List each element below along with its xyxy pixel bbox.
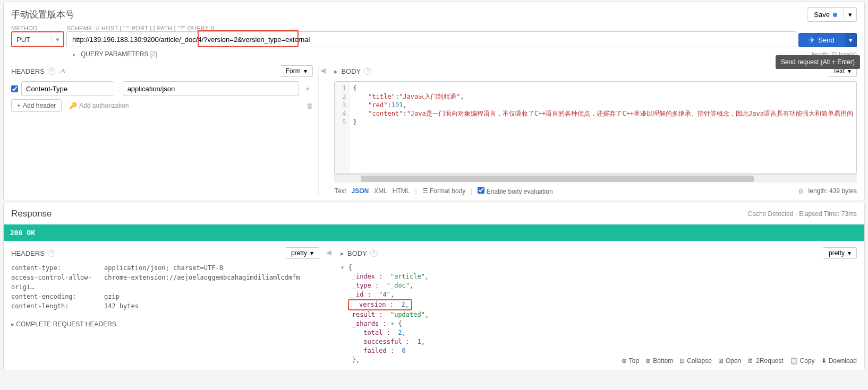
editor-gutter: 1 2 3 4 5 [335,82,350,174]
header-name-input[interactable] [21,81,114,96]
response-headers-view-dropdown[interactable]: pretty ▾ [286,247,319,259]
query-params-toggle[interactable]: QUERY PARAMETERS [2] [81,50,157,58]
status-bar: 200 OK [4,224,864,241]
response-body-title: BODY [347,249,367,257]
response-body-view-dropdown[interactable]: pretty ▾ [823,247,857,259]
save-dropdown-button[interactable]: ▾ [844,7,857,22]
method-select[interactable]: PUT ▾ [11,31,64,47]
download-button[interactable]: ⬇ Download [821,357,857,365]
headers-title: HEADERS [11,67,45,75]
header-value-input[interactable] [123,81,300,96]
open-button[interactable]: ⊞ Open [718,357,741,365]
lang-text[interactable]: Text [334,187,346,195]
elapsed-time-label: Cache Detected - Elapsed Time: 73ms [748,210,857,218]
help-icon[interactable]: ? [48,67,55,75]
to-request-button[interactable]: 🗎 2Request [747,357,783,365]
query-params-count: [2] [150,50,157,58]
send-tooltip: Send request (Alt + Enter) [776,55,860,69]
caret-right-icon[interactable]: ▸ [334,67,338,75]
version-highlight-box: _version : 2, [348,299,412,310]
help-icon[interactable]: ? [370,249,378,257]
add-header-label: Add header [23,102,56,109]
bottom-button[interactable]: ⊕ Bottom [645,357,673,365]
url-input[interactable] [66,31,796,47]
help-icon[interactable]: ? [364,67,371,75]
send-dropdown-button[interactable]: ▾ [845,33,857,47]
plus-icon: + [17,102,21,109]
send-label: Send [818,36,834,44]
remove-header-button[interactable]: × [302,85,313,93]
sort-icon[interactable]: ↓A [58,68,65,74]
save-button[interactable]: Save [807,7,844,22]
collapse-left-icon[interactable]: ◀ [319,65,327,195]
trash-icon[interactable]: 🗑 [306,102,313,110]
format-body-label: Format body [430,187,465,195]
trash-icon[interactable]: 🗑 [798,187,804,195]
header-enabled-checkbox[interactable] [11,85,18,92]
method-value: PUT [12,36,52,44]
lang-html[interactable]: HTML [393,187,410,195]
body-editor[interactable]: 1 2 3 4 5 { "title":"Java从入门到精通", "red":… [334,81,857,174]
caret-right-icon[interactable]: ▸ [73,51,75,57]
header-row: : × [11,81,313,96]
editor-code[interactable]: { "title":"Java从入门到精通", "red":101, "cont… [350,82,856,174]
complete-request-headers-toggle[interactable]: COMPLETE REQUEST HEADERS [11,320,319,328]
method-label: METHOD [11,25,64,31]
paper-plane-icon: ✈ [809,36,815,44]
body-title: BODY [341,67,361,75]
caret-right-icon[interactable]: ▸ [341,249,344,257]
chevron-down-icon: ▾ [52,36,63,44]
pretty-label: pretty [291,249,307,257]
collapse-left-icon[interactable]: ◀ [325,247,333,365]
top-button[interactable]: ⊕ Top [622,357,639,365]
add-authorization-button[interactable]: 🔑 Add authorization [69,102,129,109]
pretty-label: pretty [829,249,845,257]
key-icon: 🔑 [69,102,77,109]
response-title: Response [11,209,52,219]
scheme-label: SCHEME :// HOST [ ":" PORT ] [ PATH [ "?… [66,25,796,31]
format-body-button[interactable]: ☰ Format body [422,187,466,195]
page-title: 手动设置版本号 [11,8,74,21]
response-action-bar: ⊕ Top ⊕ Bottom ⊟ Collapse ⊞ Open 🗎 2Requ… [622,355,857,367]
help-icon[interactable]: ? [48,249,55,257]
response-headers-title: HEADERS [11,249,45,257]
horizontal-scrollbar[interactable] [334,174,857,183]
enable-body-eval-text: Enable body evaluation [487,188,553,195]
save-label: Save [814,11,830,19]
headers-view-dropdown[interactable]: Form ▾ [280,65,313,77]
collapse-button[interactable]: ⊟ Collapse [679,357,712,365]
response-json-viewer[interactable]: ▾ { _index : "article", _type : "_doc", … [341,263,857,365]
send-button[interactable]: ✈ Send [798,33,845,47]
query-params-label: QUERY PARAMETERS [81,50,148,58]
enable-body-eval-checkbox[interactable] [478,187,484,194]
body-length-label: length: 439 bytes [809,187,857,195]
copy-button[interactable]: 📋 Copy [790,357,815,365]
add-header-button[interactable]: + Add header [11,99,62,112]
spacer [798,27,857,33]
save-button-group: Save ▾ [807,7,857,22]
response-headers-list: content-type:application/json; charset=U… [11,263,319,311]
lang-xml[interactable]: XML [374,187,387,195]
scrollbar-thumb[interactable] [361,176,754,182]
headers-view-label: Form [286,67,301,75]
enable-body-eval-label[interactable]: Enable body evaluation [478,187,552,195]
lang-json[interactable]: JSON [351,187,369,195]
unsaved-dot-icon [833,13,837,17]
add-auth-label: Add authorization [79,102,129,109]
